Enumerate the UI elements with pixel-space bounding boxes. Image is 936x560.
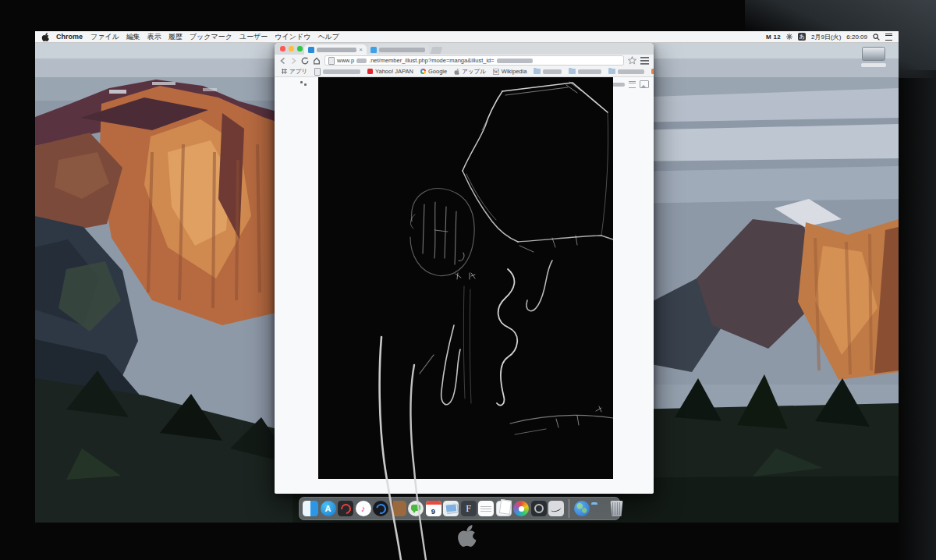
- pixiv-manga-page: [275, 77, 654, 494]
- blue-folder-dock-icon[interactable]: [591, 505, 607, 516]
- menu-file[interactable]: ファイル: [90, 32, 119, 42]
- yahoo-favicon: [367, 69, 373, 74]
- home-icon[interactable]: [313, 57, 321, 65]
- minimize-window-button[interactable]: [289, 46, 294, 51]
- menu-bookmarks[interactable]: ブックマーク: [190, 32, 232, 42]
- dock: A ♪ 9 F: [299, 497, 620, 520]
- menu-meter-status[interactable]: M 12: [766, 34, 781, 41]
- reload-icon[interactable]: [301, 57, 309, 65]
- menu-time[interactable]: 6:20:09: [846, 34, 867, 41]
- tab-pixiv-background[interactable]: [367, 44, 429, 55]
- apps-grid-icon: [282, 69, 287, 74]
- page-corner-mark: [300, 81, 307, 87]
- favicon-generic: [314, 68, 321, 76]
- signature-app-dock-icon[interactable]: [548, 501, 564, 516]
- menu-bar: Chrome ファイル 編集 表示 履歴 ブックマーク ユーザー ウインドウ ヘ…: [35, 31, 899, 43]
- bookmark-folder-icon: [608, 69, 615, 74]
- itunes-dock-icon[interactable]: ♪: [356, 501, 371, 516]
- menu-users[interactable]: ユーザー: [239, 32, 268, 42]
- dock-divider: [569, 499, 570, 518]
- wikipedia-favicon: W: [493, 69, 499, 75]
- menu-date[interactable]: 2月9日(火): [811, 33, 841, 41]
- finder-dock-icon[interactable]: [303, 501, 318, 516]
- bookmark-blurred[interactable]: [651, 69, 654, 74]
- bookmark-folder-icon: [534, 69, 541, 74]
- apple-bezel-logo: [453, 525, 480, 547]
- url-path: .net/member_illust.php?mode=manga&illust…: [369, 57, 495, 64]
- spotlight-search-icon[interactable]: [873, 34, 880, 41]
- bookmark-folder-blurred[interactable]: [534, 69, 562, 74]
- image-view-icon[interactable]: [640, 80, 649, 88]
- photo-of-mac-screen: Chrome ファイル 編集 表示 履歴 ブックマーク ユーザー ウインドウ ヘ…: [0, 0, 936, 560]
- back-icon[interactable]: [279, 57, 286, 65]
- forward-icon[interactable]: [290, 57, 297, 65]
- bookmark-wikipedia[interactable]: W Wikipedia: [493, 68, 527, 75]
- menu-history[interactable]: 履歴: [168, 32, 183, 42]
- bookmark-folder-blurred[interactable]: [608, 69, 644, 74]
- tab-title-blurred: [317, 48, 356, 52]
- bookmark-apps[interactable]: アプリ: [282, 68, 307, 76]
- chrome-window: ×: [275, 43, 654, 493]
- camera-lens-app-dock-icon[interactable]: [531, 501, 547, 516]
- close-window-button[interactable]: [280, 46, 285, 51]
- mac-screen: Chrome ファイル 編集 表示 履歴 ブックマーク ユーザー ウインドウ ヘ…: [35, 31, 899, 523]
- notes-dock-icon[interactable]: [478, 501, 494, 516]
- star-icon[interactable]: [628, 56, 636, 65]
- red-swirl-app-dock-icon[interactable]: [338, 501, 353, 516]
- apple-menu-icon[interactable]: [41, 33, 49, 41]
- tab-strip: ×: [275, 43, 654, 55]
- url-prefix: www.p: [337, 57, 354, 64]
- chrome-menu-icon[interactable]: [640, 57, 649, 65]
- notification-list-icon[interactable]: [885, 34, 892, 41]
- manga-artwork-image[interactable]: [318, 77, 613, 479]
- url-blur-domain: [356, 58, 367, 63]
- bookmark-apple[interactable]: アップル: [454, 68, 486, 76]
- bookmark-blurred[interactable]: [314, 68, 360, 76]
- browser-toolbar: www.p .net/member_illust.php?mode=manga&…: [275, 55, 654, 66]
- new-tab-button[interactable]: [431, 47, 443, 54]
- google-favicon: [420, 69, 426, 74]
- notebook-dock-icon[interactable]: [391, 501, 406, 516]
- web-globe-dock-icon[interactable]: [574, 501, 590, 516]
- sketch-lines: [318, 77, 613, 479]
- list-view-icon[interactable]: [629, 81, 636, 88]
- bookmark-folder-blurred[interactable]: [569, 69, 601, 74]
- url-blur-id: [497, 58, 533, 63]
- apple-favicon: [454, 69, 459, 75]
- tab-pixiv-active[interactable]: ×: [304, 44, 367, 55]
- calendar-dock-icon[interactable]: 9: [426, 501, 441, 516]
- menu-help[interactable]: ヘルプ: [317, 32, 339, 42]
- color-ball-app-dock-icon[interactable]: [513, 501, 529, 516]
- tab-close-button[interactable]: ×: [359, 47, 363, 53]
- tab-title-blurred: [379, 48, 425, 52]
- zoom-window-button[interactable]: [297, 46, 303, 51]
- pixiv-favicon: [370, 47, 377, 53]
- pixiv-favicon: [308, 47, 314, 53]
- bookmark-yahoo-japan[interactable]: Yahoo! JAPAN: [367, 68, 413, 75]
- menu-edit[interactable]: 編集: [126, 32, 140, 42]
- bezel-right-edge: [897, 70, 936, 560]
- hdd-label-blurred: [861, 63, 886, 67]
- address-bar[interactable]: www.p .net/member_illust.php?mode=manga&…: [324, 55, 624, 66]
- photos-dock-icon[interactable]: [443, 501, 459, 516]
- menu-app-name[interactable]: Chrome: [56, 33, 83, 41]
- desktop-hdd-icon[interactable]: [858, 47, 889, 67]
- menu-window[interactable]: ウインドウ: [275, 32, 310, 42]
- app-store-dock-icon[interactable]: A: [321, 501, 336, 516]
- menu-view[interactable]: 表示: [147, 32, 161, 42]
- fan-icon[interactable]: [786, 34, 792, 40]
- favicon-generic: [651, 69, 654, 74]
- blue-swirl-app-dock-icon[interactable]: [373, 501, 388, 516]
- desktop: ×: [35, 43, 899, 523]
- bookmarks-bar: アプリ Yahoo! JAPAN Google: [275, 66, 654, 77]
- font-app-dock-icon[interactable]: F: [461, 501, 477, 516]
- line-dock-icon[interactable]: [408, 501, 424, 516]
- ime-badge[interactable]: あ: [798, 33, 806, 41]
- documents-dock-icon[interactable]: [496, 501, 512, 516]
- bookmark-google[interactable]: Google: [420, 68, 447, 75]
- hdd-icon: [862, 47, 885, 61]
- bookmark-folder-icon: [569, 69, 576, 74]
- page-doc-icon: [328, 57, 335, 65]
